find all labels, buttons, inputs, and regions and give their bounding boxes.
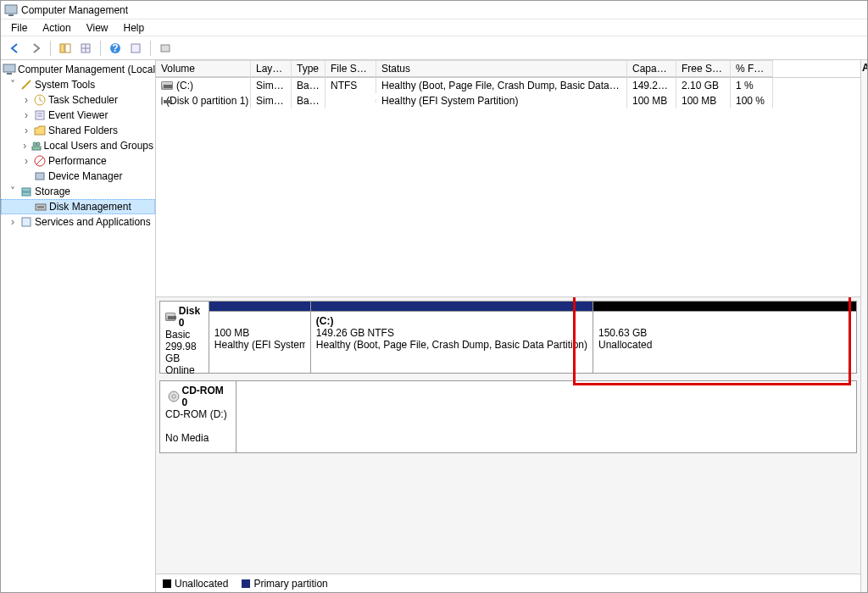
computer-icon bbox=[3, 63, 16, 76]
legend-primary: Primary partition bbox=[242, 578, 327, 590]
help-button[interactable]: ? bbox=[106, 39, 125, 58]
disk-label: Disk 0 Basic 299.98 GB Online bbox=[160, 302, 209, 373]
refresh-button[interactable] bbox=[126, 39, 145, 58]
tools-icon bbox=[19, 78, 33, 91]
volume-table: Volume Layout Type File System Status Ca… bbox=[156, 60, 860, 297]
tree-performance[interactable]: › Performance bbox=[1, 153, 155, 169]
tree-services-apps[interactable]: › Services and Applications bbox=[1, 214, 155, 230]
tree-disk-management[interactable]: Disk Management bbox=[1, 199, 155, 214]
col-pctfree[interactable]: % Free bbox=[731, 60, 773, 77]
svg-rect-19 bbox=[32, 147, 41, 150]
svg-rect-14 bbox=[36, 111, 44, 119]
drive-icon bbox=[161, 81, 173, 90]
partition-bar bbox=[593, 302, 856, 312]
svg-rect-3 bbox=[65, 44, 70, 53]
legend-bar: Unallocated Primary partition bbox=[156, 574, 860, 592]
tree-event-viewer[interactable]: › Event Viewer bbox=[1, 108, 155, 123]
partition-bar bbox=[311, 302, 593, 312]
settings-button[interactable] bbox=[156, 39, 175, 58]
tree-storage[interactable]: ˅ Storage bbox=[1, 184, 155, 199]
back-button[interactable] bbox=[6, 39, 25, 58]
expand-icon[interactable]: › bbox=[8, 216, 18, 228]
disk-graphic-area: Disk 0 Basic 299.98 GB Online 100 MB Hea… bbox=[156, 297, 860, 574]
svg-point-17 bbox=[33, 142, 36, 146]
drive-icon bbox=[161, 97, 163, 105]
services-icon bbox=[19, 215, 33, 229]
col-type[interactable]: Type bbox=[292, 60, 326, 77]
menu-file[interactable]: File bbox=[4, 20, 34, 36]
folder-icon bbox=[33, 124, 47, 137]
partition-bar bbox=[209, 302, 310, 312]
menu-help[interactable]: Help bbox=[117, 20, 152, 36]
device-icon bbox=[33, 169, 47, 183]
main-area: Computer Management (Local ˅ System Tool… bbox=[1, 60, 867, 592]
window-title: Computer Management bbox=[21, 4, 128, 16]
svg-rect-0 bbox=[5, 5, 17, 14]
disk-mgmt-icon bbox=[34, 200, 47, 213]
svg-rect-22 bbox=[36, 173, 44, 180]
toolbar: ? bbox=[1, 36, 867, 60]
svg-line-21 bbox=[36, 158, 43, 164]
partition-unallocated[interactable]: 150.63 GB Unallocated bbox=[593, 302, 856, 373]
partition-area: 100 MB Healthy (EFI System Partition) (C… bbox=[209, 302, 856, 373]
show-hide-tree-button[interactable] bbox=[56, 39, 75, 58]
svg-point-29 bbox=[172, 395, 175, 398]
storage-icon bbox=[19, 185, 33, 198]
table-row[interactable]: (Disk 0 partition 1) Simple Basic Health… bbox=[156, 93, 860, 108]
table-row[interactable]: (C:) Simple Basic NTFS Healthy (Boot, Pa… bbox=[156, 78, 860, 93]
legend-unallocated: Unallocated bbox=[163, 578, 228, 590]
partition[interactable]: 100 MB Healthy (EFI System Partition) bbox=[209, 302, 311, 373]
disk-icon bbox=[165, 313, 175, 321]
tree-shared-folders[interactable]: › Shared Folders bbox=[1, 123, 155, 138]
properties-grid-button[interactable] bbox=[76, 39, 95, 58]
col-volume[interactable]: Volume bbox=[156, 60, 251, 77]
svg-rect-27 bbox=[22, 218, 31, 226]
cdrom-icon bbox=[167, 390, 181, 403]
svg-rect-10 bbox=[161, 45, 170, 52]
tree-system-tools[interactable]: ˅ System Tools bbox=[1, 77, 155, 92]
svg-rect-2 bbox=[60, 44, 64, 53]
tree-panel: Computer Management (Local ˅ System Tool… bbox=[1, 60, 156, 592]
col-status[interactable]: Status bbox=[376, 60, 627, 77]
svg-rect-24 bbox=[22, 192, 31, 196]
clock-icon bbox=[33, 93, 47, 107]
right-panel: Volume Layout Type File System Status Ca… bbox=[156, 60, 860, 592]
volume-table-body: (C:) Simple Basic NTFS Healthy (Boot, Pa… bbox=[156, 78, 860, 296]
svg-rect-9 bbox=[131, 44, 140, 53]
expand-icon[interactable]: › bbox=[21, 94, 31, 106]
expand-icon[interactable]: › bbox=[21, 109, 31, 121]
performance-icon bbox=[33, 154, 47, 168]
col-freespace[interactable]: Free Space bbox=[676, 60, 731, 77]
menu-view[interactable]: View bbox=[80, 20, 115, 36]
users-icon bbox=[31, 139, 42, 152]
col-filesystem[interactable]: File System bbox=[326, 60, 376, 77]
menu-action[interactable]: Action bbox=[36, 20, 77, 36]
tree-device-manager[interactable]: Device Manager bbox=[1, 169, 155, 184]
svg-point-18 bbox=[36, 142, 40, 146]
tree-root[interactable]: Computer Management (Local bbox=[1, 62, 155, 77]
svg-rect-1 bbox=[8, 14, 14, 16]
collapse-icon[interactable]: ˅ bbox=[8, 79, 18, 91]
partition[interactable]: (C:) 149.26 GB NTFS Healthy (Boot, Page … bbox=[311, 302, 593, 373]
disk-block[interactable]: Disk 0 Basic 299.98 GB Online 100 MB Hea… bbox=[159, 301, 857, 374]
col-layout[interactable]: Layout bbox=[251, 60, 292, 77]
col-capacity[interactable]: Capacity bbox=[627, 60, 676, 77]
legend-swatch-blue bbox=[242, 579, 250, 588]
tree-task-scheduler[interactable]: › Task Scheduler bbox=[1, 92, 155, 108]
tree-local-users[interactable]: › Local Users and Groups bbox=[1, 138, 155, 153]
expand-icon[interactable]: › bbox=[21, 125, 31, 136]
partition-area bbox=[236, 381, 856, 452]
titlebar: Computer Management bbox=[1, 1, 867, 19]
actions-panel-collapsed[interactable]: A bbox=[860, 60, 867, 592]
expand-icon[interactable]: › bbox=[21, 155, 31, 167]
expand-icon[interactable]: › bbox=[21, 140, 29, 152]
forward-button[interactable] bbox=[26, 39, 45, 58]
legend-swatch-black bbox=[163, 579, 171, 588]
svg-text:?: ? bbox=[112, 42, 118, 54]
disk-block[interactable]: CD-ROM 0 CD-ROM (D:) No Media bbox=[159, 380, 857, 453]
svg-rect-12 bbox=[7, 73, 12, 75]
svg-rect-26 bbox=[37, 206, 44, 208]
collapse-icon[interactable]: ˅ bbox=[8, 186, 18, 197]
event-icon bbox=[33, 108, 47, 122]
app-icon bbox=[4, 3, 18, 17]
